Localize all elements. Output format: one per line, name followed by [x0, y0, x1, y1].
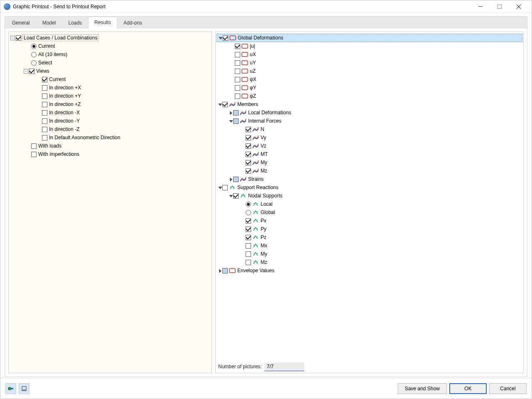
checkbox[interactable] [246, 218, 251, 224]
checkbox[interactable] [246, 227, 251, 232]
close-button[interactable] [509, 0, 528, 13]
checkbox[interactable] [233, 193, 239, 199]
checkbox[interactable] [246, 235, 251, 240]
cancel-button[interactable]: Cancel [489, 383, 527, 394]
radio[interactable] [31, 60, 37, 66]
radio[interactable] [246, 210, 251, 215]
check-vz[interactable]: Vz [217, 142, 522, 150]
toolbar-icon-2[interactable] [19, 383, 30, 394]
checkbox[interactable] [222, 185, 228, 190]
radio-current[interactable]: Current [10, 42, 211, 50]
check-uz[interactable]: uZ [217, 67, 522, 75]
checkbox[interactable] [31, 152, 37, 157]
node-local-deformations[interactable]: Local Deformations [217, 108, 522, 117]
check-with-loads[interactable]: With loads [10, 142, 211, 150]
radio-global[interactable]: Global [217, 208, 522, 217]
chevron-right-icon[interactable] [228, 110, 233, 115]
checkbox[interactable] [42, 118, 47, 124]
checkbox[interactable] [246, 243, 251, 249]
checkbox[interactable] [233, 177, 239, 182]
checkbox[interactable] [222, 268, 228, 273]
node-views[interactable]: − Views [10, 67, 211, 75]
check-view-mx[interactable]: In direction -X [10, 108, 211, 117]
radio-all[interactable]: All (10 items) [10, 50, 211, 59]
chevron-down-icon[interactable] [217, 185, 222, 190]
radio[interactable] [31, 44, 37, 49]
checkbox[interactable] [246, 152, 251, 157]
checkbox[interactable] [246, 160, 251, 165]
check-phix[interactable]: φX [217, 75, 522, 84]
node-nodal-supports[interactable]: Nodal Supports [217, 192, 522, 200]
tab-results[interactable]: Results [88, 17, 117, 28]
check-ux[interactable]: uX [217, 50, 522, 59]
checkbox[interactable] [246, 135, 251, 140]
checkbox[interactable] [233, 110, 239, 116]
checkbox[interactable] [42, 85, 47, 91]
radio[interactable] [246, 202, 251, 207]
node-internal-forces[interactable]: Internal Forces [217, 117, 522, 125]
check-view-my[interactable]: In direction -Y [10, 117, 211, 125]
save-and-show-button[interactable]: Save and Show [398, 383, 447, 394]
checkbox[interactable] [246, 260, 251, 265]
checkbox[interactable] [246, 127, 251, 132]
checkbox[interactable] [246, 251, 251, 257]
chevron-right-icon[interactable] [217, 268, 222, 273]
checkbox[interactable] [42, 102, 47, 107]
toolbar-icon-1[interactable] [5, 383, 16, 394]
check-mzz[interactable]: Mz [217, 258, 522, 266]
check-mx[interactable]: Mx [217, 241, 522, 250]
check-mt[interactable]: MT [217, 150, 522, 158]
checkbox[interactable] [235, 94, 240, 99]
chevron-right-icon[interactable] [228, 177, 233, 182]
checkbox[interactable] [235, 52, 240, 57]
tab-loads[interactable]: Loads [62, 17, 88, 28]
check-view-px[interactable]: In direction +X [10, 84, 211, 92]
chevron-down-icon[interactable] [217, 102, 222, 107]
check-my[interactable]: My [217, 158, 522, 167]
checkbox[interactable] [235, 44, 240, 49]
checkbox[interactable] [235, 85, 240, 91]
checkbox[interactable] [42, 127, 47, 132]
radio-select[interactable]: Select [10, 59, 211, 67]
checkbox[interactable] [42, 135, 47, 140]
chevron-down-icon[interactable] [228, 118, 233, 123]
radio-local[interactable]: Local [217, 200, 522, 208]
tab-general[interactable]: General [6, 17, 36, 28]
tab-addons[interactable]: Add-ons [117, 17, 148, 28]
checkbox[interactable] [42, 94, 47, 99]
collapse-icon[interactable]: − [24, 69, 28, 74]
check-pz[interactable]: Pz [217, 233, 522, 241]
node-load-cases[interactable]: − Load Cases / Load Combinations [10, 34, 211, 42]
checkbox[interactable] [223, 35, 228, 41]
maximize-button[interactable] [490, 0, 509, 13]
node-members[interactable]: Members [217, 100, 522, 108]
check-py[interactable]: Py [217, 225, 522, 233]
check-u[interactable]: |u| [217, 42, 522, 50]
chevron-down-icon[interactable] [218, 35, 223, 40]
check-view-pz[interactable]: In direction +Z [10, 100, 211, 108]
check-with-imperf[interactable]: With imperfections [10, 150, 211, 158]
checkbox[interactable] [29, 69, 34, 74]
checkbox[interactable] [235, 60, 240, 66]
node-strains[interactable]: Strains [217, 175, 522, 183]
minimize-button[interactable] [471, 0, 490, 13]
check-px[interactable]: Px [217, 217, 522, 225]
tab-model[interactable]: Model [36, 17, 62, 28]
checkbox[interactable] [42, 77, 47, 82]
check-view-axo[interactable]: In Default Axonometric Direction [10, 133, 211, 142]
check-mz[interactable]: Mz [217, 167, 522, 175]
check-phiz[interactable]: φZ [217, 92, 522, 100]
chevron-down-icon[interactable] [228, 193, 233, 198]
check-view-current[interactable]: Current [10, 75, 211, 84]
checkbox[interactable] [233, 118, 239, 124]
checkbox[interactable] [235, 69, 240, 74]
node-global-deformations[interactable]: Global Deformations [217, 34, 522, 42]
node-envelope-values[interactable]: Envelope Values [217, 266, 522, 275]
collapse-icon[interactable]: − [10, 36, 15, 40]
check-myy[interactable]: My [217, 250, 522, 258]
checkbox[interactable] [222, 102, 228, 107]
checkbox[interactable] [42, 110, 47, 116]
checkbox[interactable] [246, 143, 251, 149]
radio[interactable] [31, 52, 37, 57]
check-n[interactable]: N [217, 125, 522, 133]
